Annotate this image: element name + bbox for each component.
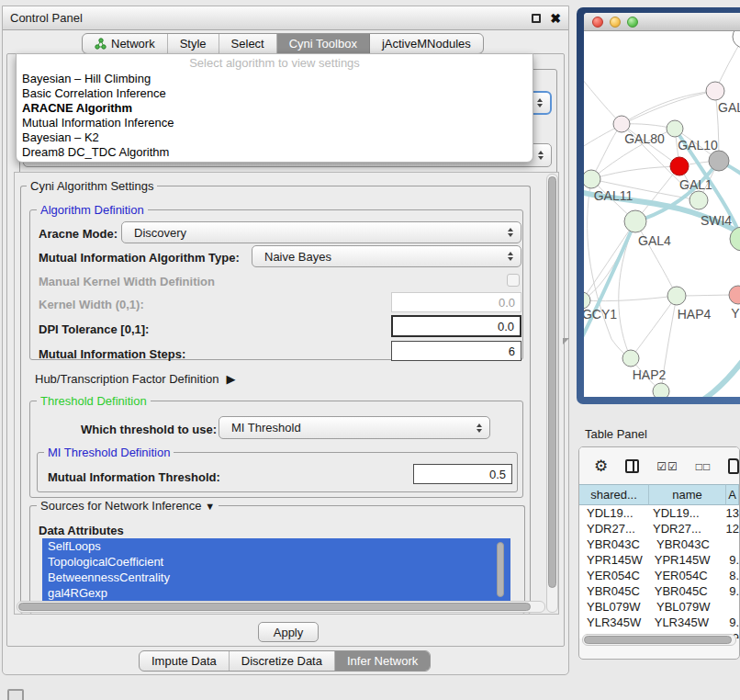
dropdown-prompt: Select algorithm to view settings	[17, 56, 533, 72]
node-label: GAL1	[679, 177, 712, 192]
deselect-all-columns-icon[interactable]: □□	[696, 460, 712, 473]
algorithm-definition-title: Algorithm Definition	[37, 203, 148, 217]
splitter-handle[interactable]	[563, 338, 569, 344]
settings-vscrollbar-thumb[interactable]	[548, 176, 556, 588]
table-row[interactable]: YPR145W YPR145W 9.	[579, 552, 739, 568]
table-row[interactable]: YDR27... YDR27... 12	[579, 521, 739, 536]
node-label: SWI4	[701, 213, 732, 228]
dropdown-item[interactable]: Bayesian – Hill Climbing	[17, 72, 533, 86]
window-minimize-button[interactable]	[610, 17, 621, 28]
network-window: GAL GAL80 GAL10 GAL1 GAL11 SWI4 GAL4 GCY…	[584, 13, 740, 397]
which-threshold-value: MI Threshold	[231, 421, 301, 435]
settings-scrollpane: Cyni Algorithm Settings Algorithm Defini…	[14, 172, 559, 615]
tab-style[interactable]: Style	[168, 34, 219, 53]
list-vertical-scrollbar[interactable]	[497, 542, 504, 597]
document-icon[interactable]	[728, 458, 739, 474]
tab-infer-network[interactable]: Infer Network	[335, 651, 430, 671]
tab-network[interactable]: Network	[83, 34, 168, 53]
desktop: { "control_panel": { "title": "Control P…	[0, 0, 740, 700]
combo-arrows-icon	[538, 151, 544, 160]
list-item-topologicalcoefficient[interactable]: TopologicalCoefficient	[42, 554, 510, 570]
table-hscrollbar-thumb[interactable]	[584, 636, 732, 644]
node-gal4[interactable]	[624, 210, 646, 232]
dpi-tolerance-label: DPI Tolerance [0,1]:	[39, 322, 149, 336]
mi-threshold-label: Mutual Information Threshold:	[48, 470, 220, 484]
mi-threshold-field[interactable]: 0.5	[413, 464, 512, 484]
close-icon[interactable]: ✖	[550, 11, 561, 26]
table-row[interactable]: YBR045C YBR045C 9.	[579, 583, 739, 599]
dropdown-item[interactable]: Basic Correlation Inference	[17, 86, 533, 101]
column-header-partial[interactable]: A	[726, 484, 739, 505]
node-gal10[interactable]	[667, 120, 683, 137]
table-body: YDL19... YDL19... 13 YDR27... YDR27... 1…	[579, 505, 739, 638]
tab-impute-data[interactable]: Impute Data	[140, 651, 230, 671]
node-partial-bottom[interactable]	[653, 383, 669, 397]
table-row[interactable]: YER054C YER054C 8.	[579, 568, 739, 583]
tab-jactivemnodules[interactable]: jActiveMNodules	[370, 34, 483, 53]
node-hap2[interactable]	[622, 350, 639, 367]
collapsed-arrow-icon: ▶	[226, 372, 235, 386]
column-layout-icon[interactable]	[625, 459, 639, 473]
tab-select[interactable]: Select	[219, 34, 277, 53]
dropdown-item[interactable]: Dream8 DC_TDC Algorithm	[17, 145, 533, 160]
node-gray[interactable]	[709, 151, 729, 171]
tab-cyni-toolbox[interactable]: Cyni Toolbox	[277, 34, 370, 53]
dpi-tolerance-field[interactable]: 0.0	[391, 315, 521, 337]
table-row[interactable]: YBL079W YBL079W	[579, 599, 739, 615]
which-threshold-label: Which threshold to use:	[81, 423, 217, 436]
window-zoom-button[interactable]	[627, 17, 638, 28]
select-all-columns-icon[interactable]: ☑☑	[656, 460, 678, 473]
settings-vscrollbar-track	[546, 174, 558, 613]
aracne-mode-dropdown[interactable]: Discovery	[121, 221, 521, 243]
which-threshold-dropdown[interactable]: MI Threshold	[219, 416, 490, 439]
sources-title-wrap[interactable]: Sources for Network Inference ▼	[37, 499, 219, 513]
column-header-shared[interactable]: shared...	[579, 484, 649, 505]
hub-section-toggle[interactable]: Hub/Transcription Factor Definition ▶	[35, 372, 235, 386]
network-canvas[interactable]: GAL GAL80 GAL10 GAL1 GAL11 SWI4 GAL4 GCY…	[584, 31, 740, 397]
node-gal1-red[interactable]	[670, 157, 689, 175]
manual-kernel-checkbox[interactable]	[507, 274, 520, 287]
apply-button[interactable]: Apply	[258, 622, 319, 642]
algorithm-dropdown-popup: Select algorithm to view settings Bayesi…	[16, 53, 533, 163]
list-item-betweennesscentrality[interactable]: BetweennessCentrality	[42, 570, 510, 585]
gear-icon[interactable]: ⚙	[594, 457, 608, 476]
network-window-frame: GAL GAL80 GAL10 GAL1 GAL11 SWI4 GAL4 GCY…	[577, 7, 740, 404]
float-window-icon[interactable]	[532, 14, 541, 23]
dropdown-item-aracne[interactable]: ARACNE Algorithm	[17, 101, 533, 116]
table-row[interactable]: YDL19... YDL19... 13	[579, 505, 739, 521]
control-panel-title: Control Panel	[10, 11, 532, 25]
network-window-titlebar	[584, 13, 740, 31]
node-salmon[interactable]	[729, 286, 740, 304]
dropdown-item[interactable]: Mutual Information Inference	[17, 116, 533, 130]
combo-arrows-icon	[537, 98, 544, 107]
column-header-name[interactable]: name	[649, 484, 726, 505]
manual-kernel-label: Manual Kernel Width Definition	[39, 275, 215, 288]
node-hap4[interactable]	[667, 287, 686, 305]
mi-type-dropdown[interactable]: Naive Bayes	[252, 245, 521, 267]
dropdown-item[interactable]: Bayesian – K2	[17, 130, 533, 145]
list-item-gal4rgexp[interactable]: gal4RGexp	[42, 585, 510, 601]
node-gal80[interactable]	[613, 116, 630, 132]
table-row[interactable]: YBR043C YBR043C	[579, 536, 739, 552]
list-item-selfloops[interactable]: SelfLoops	[42, 538, 510, 554]
window-close-button[interactable]	[592, 17, 603, 28]
node-gal-top[interactable]	[706, 82, 724, 100]
combo-arrows-icon	[477, 423, 483, 433]
combo-arrows-icon	[508, 252, 514, 261]
kernel-width-field[interactable]: 0.0	[391, 292, 521, 312]
table-header-row: shared... name A	[579, 484, 739, 505]
table-row[interactable]: YLR345W YLR345W 9.	[579, 615, 739, 630]
settings-hscrollbar-track	[17, 601, 545, 613]
collapsed-panel-icon[interactable]	[7, 689, 24, 700]
mi-threshold-title: MI Threshold Definition	[44, 446, 174, 459]
control-panel-titlebar: Control Panel ✖	[3, 6, 568, 30]
combo-arrows-icon	[508, 228, 514, 237]
node-partial-top[interactable]	[733, 31, 740, 48]
node-swi4[interactable]	[690, 191, 708, 209]
mi-steps-field[interactable]: 6	[391, 341, 521, 361]
mi-type-label: Mutual Information Algorithm Type:	[39, 251, 240, 265]
mi-type-value: Naive Bayes	[264, 250, 331, 264]
settings-hscrollbar-thumb[interactable]	[18, 603, 531, 611]
tab-discretize-data[interactable]: Discretize Data	[230, 651, 335, 671]
node-gal11[interactable]	[584, 170, 600, 188]
